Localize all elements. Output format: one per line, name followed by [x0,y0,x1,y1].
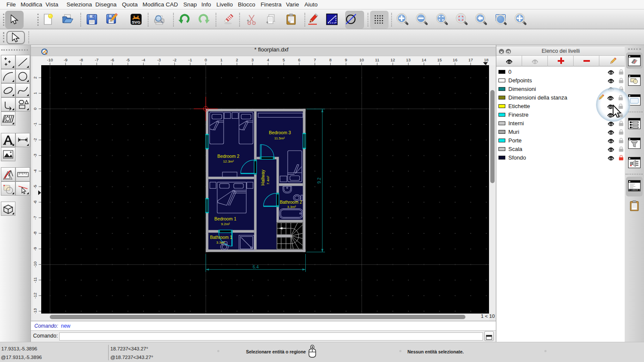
svg-text:3.3m²: 3.3m² [287,205,296,209]
svg-text:-1: -1 [188,57,192,62]
svg-text:-12: -12 [33,293,37,299]
svg-text:-8: -8 [33,232,37,235]
svg-text:7.4m²: 7.4m² [266,175,270,184]
svg-text:-5: -5 [33,185,37,188]
svg-text:> command: > command [629,189,638,191]
svg-text:7: 7 [314,57,316,62]
svg-text:13: 13 [406,57,411,62]
svg-text:Bathroom 1: Bathroom 1 [210,235,232,240]
svg-text:6: 6 [298,57,300,62]
svg-text:Bedroom 2: Bedroom 2 [217,154,240,159]
svg-text:-7: -7 [95,57,98,62]
svg-text:Hallway: Hallway [260,169,265,186]
svg-text:-2: -2 [173,57,176,62]
svg-text:-4: -4 [142,57,145,62]
svg-text:3: 3 [252,57,254,62]
svg-text:4: 4 [267,57,269,62]
svg-text:-9: -9 [64,57,67,62]
svg-text:SVG: SVG [132,20,140,24]
svg-text:18: 18 [484,57,489,62]
svg-text:-7: -7 [33,216,37,219]
svg-text:9.2m²: 9.2m² [221,222,230,226]
svg-text:3.3m²: 3.3m² [216,241,225,244]
svg-text:9: 9 [345,57,347,62]
svg-text:15: 15 [437,57,442,62]
svg-text:Bathroom 2: Bathroom 2 [280,200,302,205]
svg-text:-13: -13 [33,308,37,314]
svg-text:-8: -8 [79,57,83,62]
svg-text:5: 5 [283,57,285,62]
svg-text:Bedroom 1: Bedroom 1 [214,216,237,221]
svg-text:6.4: 6.4 [253,265,259,269]
svg-text:-6: -6 [33,200,37,204]
svg-text:2: 2 [236,57,238,62]
svg-text:-1: -1 [33,123,37,126]
svg-text:0: 0 [33,108,37,110]
svg-text:9.2: 9.2 [317,178,322,184]
svg-text:12.3m²: 12.3m² [223,160,234,163]
svg-text:-3: -3 [33,154,37,157]
svg-text:0: 0 [205,57,207,62]
svg-text:-3: -3 [157,57,161,62]
svg-text:-2: -2 [33,138,37,142]
svg-text:16: 16 [453,57,458,62]
svg-text:11: 11 [375,57,380,62]
svg-text:11.5m²: 11.5m² [274,136,285,140]
svg-text:-6: -6 [110,57,114,62]
svg-text:8: 8 [329,57,331,62]
svg-text:-5: -5 [126,57,130,62]
svg-text:14: 14 [422,57,426,62]
svg-text:-4: -4 [33,169,37,173]
svg-text:Bedroom 3: Bedroom 3 [269,130,291,135]
svg-text:17: 17 [468,57,473,62]
svg-text:1: 1 [33,92,37,94]
svg-text:10: 10 [359,57,364,62]
svg-text:1: 1 [220,57,222,62]
svg-text:12: 12 [391,57,395,62]
svg-text:-9: -9 [33,247,37,250]
svg-text:2: 2 [33,76,37,78]
svg-text:-10: -10 [47,57,53,62]
svg-text:-10: -10 [33,262,37,268]
svg-text:-11: -11 [33,277,37,283]
